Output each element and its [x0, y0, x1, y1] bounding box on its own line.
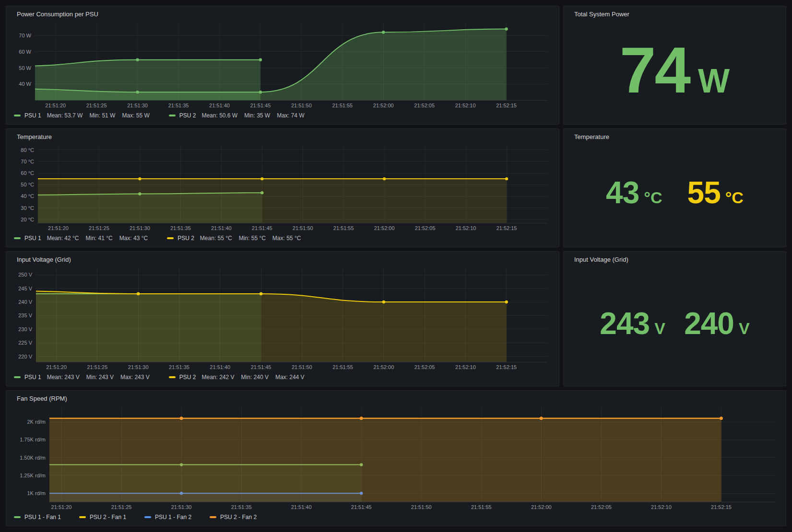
x-axis-tick-label: 21:52:10	[456, 225, 476, 231]
series-point	[720, 417, 722, 420]
legend-series-name: PSU 1	[24, 374, 41, 381]
x-axis-tick-label: 21:51:45	[252, 225, 272, 231]
psu1-voltage-stat: 243 V	[600, 308, 665, 339]
legend-item[interactable]: PSU 2Mean: 50.6 WMin: 35 WMax: 74 W	[169, 112, 311, 119]
series-point	[505, 27, 508, 30]
stat-value: 43	[606, 177, 639, 208]
series-point	[382, 31, 385, 34]
y-axis-tick-label: 40 °C	[21, 193, 34, 199]
legend-stat: Mean: 53.7 W	[47, 112, 83, 119]
y-axis-tick-label: 1K rd/m	[27, 490, 46, 496]
power-chart[interactable]: 40 W50 W60 W70 W21:51:2021:51:2521:51:30…	[12, 20, 553, 110]
legend-swatch-icon	[144, 516, 151, 518]
legend-item[interactable]: PSU 2 - Fan 2	[210, 514, 262, 520]
panel-title: Temperature	[17, 133, 553, 141]
legend-item[interactable]: PSU 2 - Fan 1	[79, 514, 132, 520]
series-point	[16, 177, 19, 180]
y-axis-tick-label: 50 W	[19, 65, 31, 71]
panel-total-system-power: Total System Power 74 W	[563, 6, 786, 125]
y-axis-tick-label: 1.75K rd/m	[20, 437, 46, 442]
legend-swatch-icon	[14, 237, 21, 239]
stat-value: 243	[600, 308, 650, 339]
legend-item[interactable]: PSU 2Mean: 242 VMin: 240 VMax: 244 V	[169, 374, 311, 381]
x-axis-tick-label: 21:52:05	[591, 504, 612, 510]
legend-stat: Min: 240 V	[241, 374, 269, 381]
series-point	[382, 301, 385, 303]
series-point	[13, 87, 16, 90]
psu1-temperature-stat: 43 °C	[606, 177, 662, 208]
legend-series-name: PSU 2 - Fan 1	[90, 514, 126, 520]
series-point	[14, 292, 17, 295]
plot-area	[16, 177, 508, 223]
panel-title: Fan Speed (RPM)	[17, 394, 780, 403]
y-axis-tick-label: 60 °C	[21, 170, 34, 176]
series-point	[180, 417, 183, 420]
legend-item[interactable]: PSU 1 - Fan 1	[14, 514, 67, 520]
series-point	[16, 194, 19, 197]
y-axis-tick-label: 40 W	[19, 81, 31, 87]
x-axis-tick-label: 21:51:25	[89, 225, 109, 231]
y-axis-tick-label: 60 W	[19, 49, 31, 55]
panel-input-voltage: Input Voltage (Grid) 220 V225 V230 V235 …	[6, 251, 559, 386]
fan-speed-chart[interactable]: 1K rd/m1.25K rd/m1.50K rd/m1.75K rd/m2K …	[12, 404, 780, 511]
x-axis-tick-label: 21:51:45	[250, 103, 271, 108]
series-point	[14, 289, 17, 292]
x-axis-tick-label: 21:52:15	[496, 225, 517, 231]
legend-swatch-icon	[167, 237, 174, 239]
stat-unit: V	[739, 320, 750, 336]
x-axis-tick-label: 21:51:45	[351, 504, 372, 510]
series-point	[138, 177, 141, 180]
legend-item[interactable]: PSU 1Mean: 42 °CMin: 41 °CMax: 43 °C	[14, 235, 154, 242]
x-axis-tick-label: 21:52:15	[496, 103, 517, 108]
x-axis-tick-label: 21:51:40	[210, 364, 230, 370]
stat-row: 74 W	[569, 20, 780, 120]
x-axis-tick-label: 21:51:35	[168, 103, 189, 108]
series-point	[136, 91, 139, 93]
series-point	[136, 58, 139, 61]
x-axis-tick-label: 21:51:20	[45, 103, 66, 108]
x-axis-tick-label: 21:51:25	[111, 504, 132, 510]
legend-stat: Mean: 42 °C	[47, 235, 79, 242]
temperature-chart[interactable]: 20 °C30 °C40 °C50 °C60 °C70 °C80 °C21:51…	[12, 142, 553, 232]
legend-item[interactable]: PSU 1 - Fan 2	[144, 514, 197, 520]
x-axis-tick-label: 21:52:15	[496, 364, 517, 370]
y-axis-tick-label: 1.50K rd/m	[20, 455, 46, 461]
plot-area	[12, 417, 723, 502]
legend-stat: Max: 55 °C	[272, 235, 301, 242]
total-power-stat: 74 W	[620, 37, 730, 103]
legend-stat: Min: 35 W	[244, 112, 270, 119]
series-point	[260, 292, 262, 295]
stat-unit: V	[654, 320, 665, 336]
x-axis-tick-label: 21:52:00	[373, 364, 394, 370]
legend-stat: Max: 74 W	[277, 112, 304, 119]
panel-title: Input Voltage (Grid)	[574, 255, 780, 264]
x-axis-tick-label: 21:52:00	[374, 225, 395, 231]
y-axis-tick-label: 2K rd/m	[27, 419, 46, 425]
x-axis-tick-label: 21:51:55	[332, 364, 353, 370]
x-axis-tick-label: 21:51:25	[87, 364, 108, 370]
voltage-chart[interactable]: 220 V225 V230 V235 V240 V245 V250 V21:51…	[12, 265, 553, 371]
y-axis-tick-label: 30 °C	[21, 205, 34, 211]
stat-row: 43 °C 55 °C	[569, 142, 780, 243]
series-point	[360, 417, 363, 420]
legend-item[interactable]: PSU 1Mean: 53.7 WMin: 51 WMax: 55 W	[14, 112, 156, 119]
legend-item[interactable]: PSU 1Mean: 243 VMin: 243 VMax: 243 V	[14, 374, 156, 381]
series-psu-2-fan-2	[12, 417, 723, 502]
stat-unit: °C	[725, 189, 744, 206]
legend-item[interactable]: PSU 2Mean: 55 °CMin: 55 °CMax: 55 °C	[167, 235, 307, 242]
x-axis-tick-label: 21:51:30	[171, 504, 192, 510]
legend-stat: Max: 244 V	[275, 374, 305, 381]
series-point	[137, 292, 140, 295]
stat-unit: °C	[644, 189, 662, 206]
series-point	[259, 58, 262, 61]
x-axis-tick-label: 21:51:50	[293, 225, 313, 231]
x-axis-tick-label: 21:51:30	[127, 103, 148, 108]
x-axis-tick-label: 21:51:55	[471, 504, 492, 510]
y-axis-tick-label: 230 V	[18, 326, 32, 332]
x-axis-tick-label: 21:52:05	[414, 364, 435, 370]
legend-series-name: PSU 2	[179, 374, 196, 381]
y-axis-tick-label: 245 V	[18, 286, 32, 291]
panel-title: Power Consumption per PSU	[17, 10, 553, 19]
x-axis-tick-label: 21:51:30	[130, 225, 150, 231]
x-axis-tick-label: 21:51:55	[333, 225, 354, 231]
